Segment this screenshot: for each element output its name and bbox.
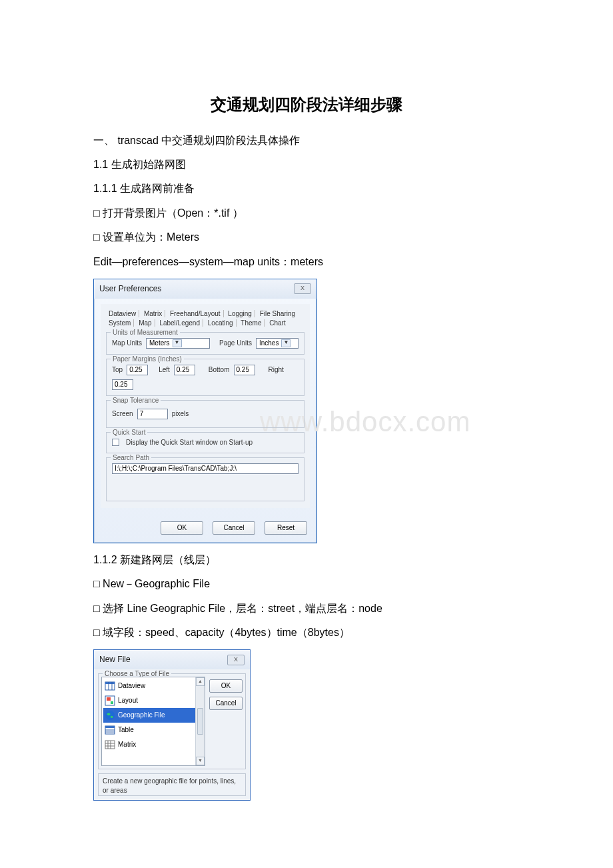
para: 1.1.2 新建路网层（线层） [93,553,520,567]
group-legend: Units of Measurement [111,328,180,337]
top-input[interactable]: 0.25 [127,365,148,375]
searchpath-input[interactable]: I:\;H:\;C:\Program Files\TransCAD\Tab;J:… [112,463,299,474]
group-legend: Search Path [111,453,151,463]
bottom-label: Bottom [209,365,230,375]
tab-label-legend[interactable]: Label/Legend [157,319,203,327]
scrollbar[interactable]: ▲ ▼ [195,677,205,765]
para: □ 设置单位为：Meters [93,230,520,245]
para: 1.1.1 生成路网前准备 [93,181,520,196]
table-icon [105,725,115,735]
left-label: Left [159,365,170,375]
quickstart-label: Display the Quick Start window on Start-… [126,438,253,447]
tab-map[interactable]: Map [136,319,155,327]
page-units-combo[interactable]: Inches ▼ [256,338,299,349]
choose-type-group: Choose a Type of File Dataview Layout [98,673,246,769]
margins-group: Paper Margins (Inches) Top 0.25 Left 0.2… [106,359,305,396]
para: □ 域字段：speed、capacity（4bytes）time（8bytes） [93,625,520,640]
para: 一、 transcad 中交通规划四阶段法具体操作 [93,133,520,148]
screen-input[interactable]: 7 [137,409,168,419]
chevron-down-icon[interactable]: ▼ [281,339,291,347]
right-input[interactable]: 0.25 [112,379,133,390]
close-icon[interactable]: X [294,283,311,294]
tab-logging[interactable]: Logging [225,310,255,317]
list-item-table[interactable]: Table [103,723,203,737]
para: Edit—preferences—system—map units：meters [93,255,520,269]
chevron-down-icon[interactable]: ▼ [173,339,182,347]
dialog-titlebar: New File X [94,650,250,669]
close-icon[interactable]: X [227,655,245,665]
tab-file-sharing[interactable]: File Sharing [257,310,298,317]
snap-group: Snap Tolerance Screen 7 pixels [106,400,305,428]
tab-matrix[interactable]: Matrix [141,310,165,317]
tab-strip: Dataview Matrix Freehand/Layout Logging … [106,309,305,328]
cancel-button[interactable]: Cancel [209,697,243,710]
ok-button[interactable]: OK [209,679,243,693]
reset-button[interactable]: Reset [265,521,307,535]
matrix-icon [105,739,115,750]
layout-icon [105,695,115,706]
list-item-label: Layout [118,696,138,705]
dialog-title: New File [99,654,131,665]
right-label: Right [269,365,284,375]
dialog-title: User Preferences [99,283,161,295]
tab-chart[interactable]: Chart [267,319,288,327]
svg-rect-12 [105,741,115,749]
tab-system[interactable]: System [106,319,134,327]
cancel-button[interactable]: Cancel [213,521,255,535]
bottom-input[interactable]: 0.25 [234,365,255,375]
page-units-label: Page Units [219,339,252,348]
para: 1.1 生成初始路网图 [93,157,520,172]
scroll-thumb[interactable] [197,708,203,735]
ok-button[interactable]: OK [161,521,203,535]
combo-value: Inches [259,339,279,348]
list-item-label: Geographic File [118,711,165,720]
group-legend: Snap Tolerance [111,396,161,405]
units-group: Units of Measurement Map Units Meters ▼ … [106,332,305,355]
tab-dataview[interactable]: Dataview [106,310,139,317]
page-title: 交通规划四阶段法详细步骤 [93,93,520,116]
list-item-label: Matrix [118,740,136,749]
svg-rect-1 [105,682,115,684]
svg-point-7 [105,711,115,720]
quickstart-checkbox[interactable] [112,439,119,446]
table-icon [105,681,115,691]
screen-label: Screen [112,409,133,419]
list-item-dataview[interactable]: Dataview [103,679,203,693]
list-item-label: Table [118,725,134,735]
map-units-label: Map Units [112,339,142,348]
tab-locating[interactable]: Locating [205,319,237,327]
svg-rect-5 [107,697,111,701]
user-preferences-dialog: User Preferences X Dataview Matrix Freeh… [93,279,317,543]
list-item-matrix[interactable]: Matrix [103,737,203,752]
para: □ New－Geographic File [93,577,520,591]
top-label: Top [112,365,123,375]
para: □ 打开背景图片（Open：*.tif ） [93,206,520,221]
tab-theme[interactable]: Theme [238,319,265,327]
button-row: OK Cancel Reset [94,515,316,543]
quickstart-group: Quick Start Display the Quick Start wind… [106,432,305,453]
svg-rect-6 [111,701,113,704]
globe-icon [105,710,115,721]
new-file-dialog: New File X Choose a Type of File Datavie… [93,649,251,801]
svg-rect-9 [105,726,115,728]
list-item-geographic-file[interactable]: Geographic File [103,708,203,723]
scroll-up-icon[interactable]: ▲ [196,677,205,686]
map-units-combo[interactable]: Meters ▼ [146,338,210,349]
dialog-titlebar: User Preferences X [94,279,316,299]
combo-value: Meters [149,339,170,348]
list-item-label: Dataview [118,681,145,691]
list-item-layout[interactable]: Layout [103,693,203,708]
description-text: Create a new geographic file for points,… [98,773,246,796]
pixels-label: pixels [172,409,189,419]
tab-freehand-layout[interactable]: Freehand/Layout [167,310,224,317]
scroll-down-icon[interactable]: ▼ [196,757,205,765]
group-legend: Paper Margins (Inches) [111,355,184,364]
searchpath-group: Search Path I:\;H:\;C:\Program Files\Tra… [106,457,305,501]
group-legend: Quick Start [111,428,147,437]
para: □ 选择 Line Geographic File，层名：street，端点层名… [93,601,520,616]
file-type-list[interactable]: Dataview Layout Geographic File [101,677,205,766]
left-input[interactable]: 0.25 [174,365,195,375]
